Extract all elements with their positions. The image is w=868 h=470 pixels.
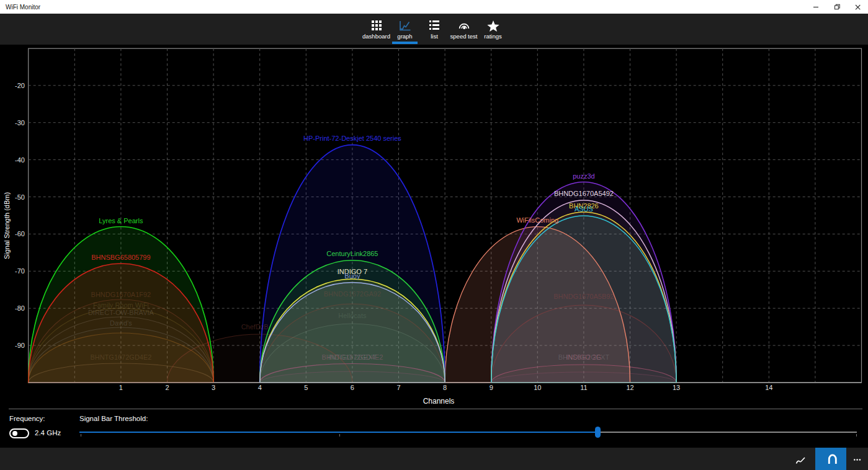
svg-text:10: 10 (534, 384, 541, 391)
svg-text:BHNDG1670A1F92: BHNDG1670A1F92 (91, 291, 151, 298)
svg-text:1: 1 (119, 384, 123, 391)
svg-text:puzz3d: puzz3d (573, 172, 594, 180)
svg-text:HP-Print-72-Deskjet 2540 serie: HP-Print-72-Deskjet 2540 series (303, 135, 401, 142)
svg-text:Channels: Channels (423, 397, 455, 406)
svg-text:BHNSBG2GEXT: BHNSBG2GEXT (558, 353, 610, 361)
svg-text:-60: -60 (15, 230, 25, 237)
svg-text:BHNDG1670A5B92: BHNDG1670A5B92 (553, 293, 614, 300)
svg-text:WiFilsComing: WiFilsComing (516, 216, 558, 224)
svg-text:14: 14 (765, 384, 772, 391)
svg-text:Buoy: Buoy (344, 272, 360, 280)
svg-text:BHNDG1670A5492: BHNDG1670A5492 (554, 190, 614, 197)
svg-text:9: 9 (490, 384, 493, 391)
svg-text:Lyres & Pearls: Lyres & Pearls (99, 217, 143, 224)
svg-text:DIRECT-OW-BRAVIA: DIRECT-OW-BRAVIA (88, 309, 154, 316)
svg-text:Signal Strength (dBm): Signal Strength (dBm) (3, 192, 11, 259)
svg-text:2: 2 (165, 384, 169, 391)
svg-text:8: 8 (443, 384, 447, 391)
svg-text:-70: -70 (15, 267, 25, 275)
svg-text:12: 12 (626, 384, 633, 391)
svg-text:-90: -90 (15, 342, 25, 349)
svg-text:-30: -30 (15, 119, 25, 126)
svg-text:3: 3 (212, 384, 215, 391)
svg-text:11: 11 (580, 384, 587, 391)
svg-text:5: 5 (304, 384, 308, 391)
svg-text:CenturyLink2865: CenturyLink2865 (326, 250, 378, 257)
svg-text:Family Room WiFi: Family Room WiFi (93, 301, 149, 309)
svg-text:-80: -80 (15, 304, 25, 312)
svg-text:BHNDG1672GA92: BHNDG1672GA92 (324, 290, 381, 298)
svg-text:Hellocats: Hellocats (338, 312, 367, 319)
svg-text:INDIGO 2GEXT: INDIGO 2GEXT (328, 353, 377, 361)
svg-text:-40: -40 (15, 156, 25, 164)
svg-text:7: 7 (396, 384, 400, 391)
svg-text:ChefDzB: ChefDzB (241, 323, 269, 330)
svg-text:13: 13 (673, 384, 680, 391)
svg-text:-20: -20 (15, 82, 25, 89)
svg-text:-50: -50 (15, 193, 25, 201)
svg-text:4: 4 (258, 384, 262, 391)
svg-text:BHNTG1672GD4E2: BHNTG1672GD4E2 (90, 353, 151, 361)
svg-text:6: 6 (351, 384, 354, 391)
svg-text:BHNSBG65805799: BHNSBG65805799 (91, 254, 150, 261)
svg-text:David's: David's (110, 319, 132, 327)
svg-text:ASUS: ASUS (575, 205, 593, 213)
